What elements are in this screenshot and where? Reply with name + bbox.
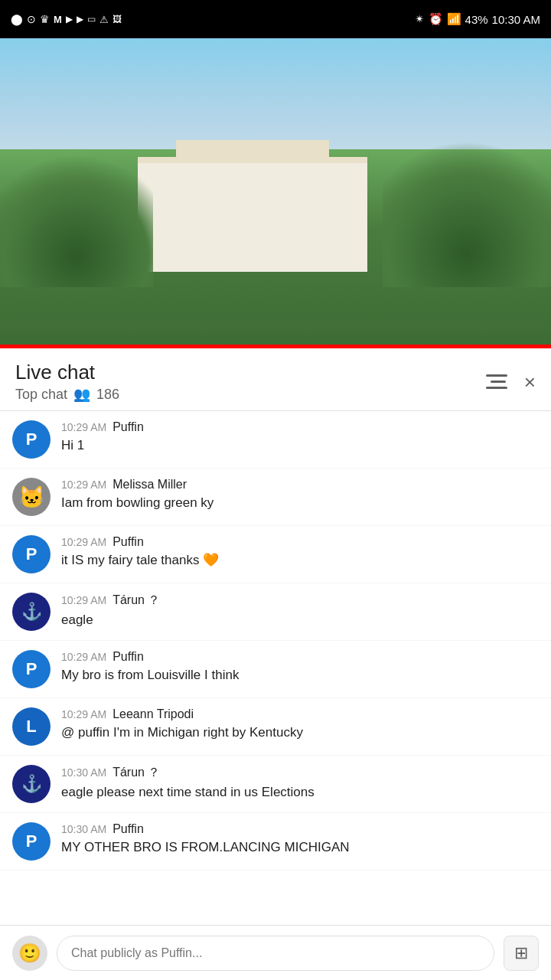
chat-message: L 10:29 AM Leeann Tripodi @ puffin I'm i… [0, 698, 551, 756]
avatar: P [12, 822, 51, 861]
message-meta: 10:29 AM Puffin [61, 535, 539, 549]
message-text: My bro is from Louisville I think [61, 666, 539, 684]
message-content: 10:29 AM Tárun ？ eagle [61, 593, 539, 629]
message-meta: 10:29 AM Puffin [61, 420, 539, 434]
message-content: 10:30 AM Tárun ？ eagle please next time … [61, 765, 539, 802]
viewer-count: 186 [96, 387, 119, 403]
message-time: 10:29 AM [61, 651, 106, 663]
message-meta: 10:30 AM Tárun ？ [61, 765, 539, 781]
avatar: ⚓ [12, 593, 51, 631]
message-author: Puffin [112, 822, 144, 836]
message-meta: 10:30 AM Puffin [61, 822, 539, 836]
avatar: P [12, 420, 51, 459]
message-author: Puffin [112, 535, 144, 549]
circle-icon: ⬤ [11, 13, 23, 25]
avatar: 🐱 [12, 478, 51, 516]
filter-line-3 [486, 387, 507, 389]
message-time: 10:29 AM [61, 594, 106, 606]
smiley-icon: 🙂 [18, 942, 41, 964]
chat-message: P 10:29 AM Puffin it IS my fairy tale th… [0, 526, 551, 583]
status-icons-right: ✴ ⏰ 📶 43% 10:30 AM [415, 12, 540, 26]
video-building [138, 157, 367, 272]
message-content: 10:29 AM Puffin it IS my fairy tale than… [61, 535, 539, 570]
filter-line-1 [486, 374, 507, 377]
filter-button[interactable] [484, 370, 509, 394]
avatar: P [12, 650, 51, 688]
message-meta: 10:29 AM Melissa Miller [61, 478, 539, 492]
m-icon: M [54, 14, 62, 25]
message-text: MY OTHER BRO IS FROM.LANCING MICHIGAN [61, 838, 539, 857]
video-player[interactable] [0, 38, 551, 348]
message-author: Puffin [112, 650, 144, 664]
message-meta: 10:29 AM Puffin [61, 650, 539, 664]
send-button[interactable]: ⊞ [504, 936, 539, 971]
wifi-icon: 📶 [447, 12, 461, 26]
send-icon: ⊞ [514, 943, 528, 963]
top-chat-label: Top chat [15, 387, 67, 403]
close-button[interactable]: × [524, 372, 536, 392]
message-time: 10:30 AM [61, 766, 106, 779]
live-chat-subtitle: Top chat 👥 186 [15, 386, 119, 403]
header-actions: × [484, 370, 536, 394]
avatar: L [12, 707, 51, 746]
message-author: Puffin [112, 420, 144, 434]
message-text: eagle please next time stand in us Elect… [61, 783, 539, 802]
message-author: Leeann Tripodi [112, 707, 194, 721]
message-time: 10:29 AM [61, 708, 106, 720]
avatar: ⚓ [12, 765, 51, 803]
message-meta: 10:29 AM Leeann Tripodi [61, 707, 539, 721]
pokeball-icon: ⊙ [27, 13, 36, 25]
message-content: 10:29 AM Melissa Miller Iam from bowling… [61, 478, 539, 512]
video-progress-bar[interactable] [0, 345, 551, 348]
video-trees-left [0, 134, 153, 287]
message-content: 10:29 AM Puffin My bro is from Louisvill… [61, 650, 539, 684]
filter-line-2 [491, 381, 506, 383]
warning-icon: ⚠ [99, 14, 109, 25]
status-bar: ⬤ ⊙ ♛ M ▶ ▶ ▭ ⚠ 🖼 ✴ ⏰ 📶 43% 10:30 AM [0, 0, 551, 38]
youtube-icon: ▶ [66, 14, 73, 24]
message-author: Melissa Miller [112, 478, 187, 492]
chat-message: ⚓ 10:29 AM Tárun ？ eagle [0, 583, 551, 641]
people-icon: 👥 [73, 386, 90, 403]
live-chat-title: Live chat [15, 361, 119, 384]
message-meta: 10:29 AM Tárun ？ [61, 593, 539, 609]
message-author: Tárun ？ [112, 765, 160, 781]
folder-icon: ▭ [87, 14, 96, 24]
chat-message: P 10:30 AM Puffin MY OTHER BRO IS FROM.L… [0, 813, 551, 871]
youtube2-icon: ▶ [77, 14, 83, 24]
live-chat-header: Live chat Top chat 👥 186 × [0, 348, 551, 411]
chat-messages-list: P 10:29 AM Puffin Hi 1 🐱 10:29 AM Meliss… [0, 411, 551, 926]
message-content: 10:29 AM Puffin Hi 1 [61, 420, 539, 455]
message-time: 10:29 AM [61, 421, 106, 433]
status-icons-left: ⬤ ⊙ ♛ M ▶ ▶ ▭ ⚠ 🖼 [11, 13, 122, 25]
chat-message: 🐱 10:29 AM Melissa Miller Iam from bowli… [0, 469, 551, 526]
chat-input-bar: 🙂 ⊞ [0, 925, 551, 980]
message-text: Hi 1 [61, 436, 539, 455]
alarm-icon: ⏰ [429, 12, 443, 26]
message-time: 10:29 AM [61, 536, 106, 548]
image-icon: 🖼 [112, 14, 122, 24]
battery-text: 43% [465, 13, 488, 26]
chat-input-field[interactable] [57, 936, 494, 971]
message-text: it IS my fairy tale thanks 🧡 [61, 551, 539, 570]
message-content: 10:30 AM Puffin MY OTHER BRO IS FROM.LAN… [61, 822, 539, 857]
video-trees-right [383, 119, 551, 287]
live-chat-title-group: Live chat Top chat 👥 186 [15, 361, 119, 403]
time-text: 10:30 AM [492, 13, 540, 26]
message-text: eagle [61, 611, 539, 629]
bluetooth-icon: ✴ [415, 12, 425, 26]
message-time: 10:29 AM [61, 479, 106, 491]
message-content: 10:29 AM Leeann Tripodi @ puffin I'm in … [61, 707, 539, 742]
message-author: Tárun ？ [112, 593, 160, 609]
chat-message: P 10:29 AM Puffin Hi 1 [0, 411, 551, 469]
message-text: Iam from bowling green ky [61, 494, 539, 512]
message-time: 10:30 AM [61, 823, 106, 835]
crown-icon: ♛ [40, 13, 50, 25]
chat-message: P 10:29 AM Puffin My bro is from Louisvi… [0, 641, 551, 698]
emoji-button[interactable]: 🙂 [12, 936, 47, 971]
chat-message: ⚓ 10:30 AM Tárun ？ eagle please next tim… [0, 756, 551, 813]
avatar: P [12, 535, 51, 573]
message-text: @ puffin I'm in Michigan right by Kentuc… [61, 724, 539, 742]
